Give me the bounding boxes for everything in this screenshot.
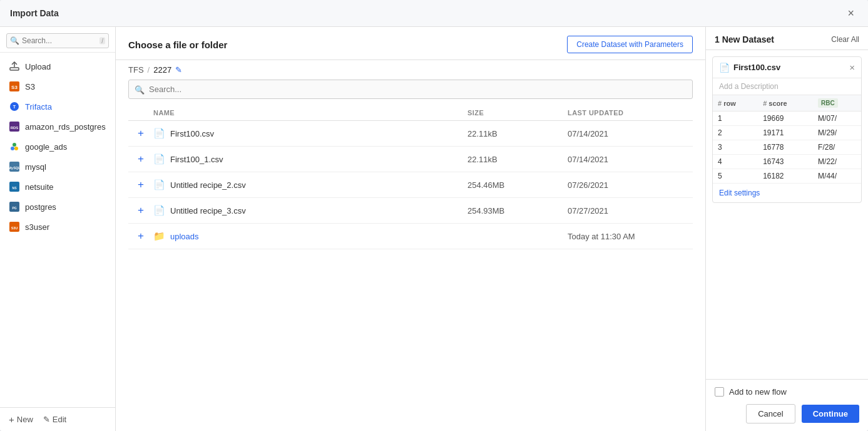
netsuite-icon: NS (9, 181, 20, 192)
col-rbc-header: RBC (813, 95, 861, 112)
dataset-preview-table: # row # score RBC (713, 95, 861, 184)
footer-actions: Cancel Continue (715, 404, 859, 423)
svg-point-7 (11, 147, 14, 150)
folder-link-5[interactable]: uploads (170, 232, 199, 241)
new-button[interactable]: + New (9, 414, 33, 425)
modal-close-button[interactable]: × (844, 6, 858, 20)
clear-all-button[interactable]: Clear All (831, 35, 859, 44)
folder-icon-5: 📁 (153, 231, 165, 242)
edit-icon: ✎ (43, 415, 50, 424)
add-file-button-3[interactable]: + (128, 179, 153, 191)
sidebar-footer: + New ✎ Edit (0, 407, 115, 431)
create-dataset-button[interactable]: Create Dataset with Parameters (567, 36, 693, 53)
sidebar-item-netsuite[interactable]: NS netsuite (0, 177, 115, 197)
search-slash: / (100, 38, 105, 44)
file-date-5: Today at 11:30 AM (568, 232, 693, 241)
sidebar-item-s3user[interactable]: S3U s3user (0, 217, 115, 237)
main-content: Choose a file or folder Create Dataset w… (116, 27, 705, 431)
file-date-2: 07/14/2021 (568, 155, 693, 164)
add-file-button-2[interactable]: + (128, 153, 153, 165)
right-panel-footer: Add to new flow Cancel Continue (706, 379, 868, 431)
dataset-row-1: 1 19669 M/07/ (713, 112, 861, 126)
file-search-wrap: 🔍 (128, 80, 693, 99)
cell-rbc-2: M/29/ (813, 126, 861, 140)
sidebar-item-google-ads[interactable]: google_ads (0, 137, 115, 157)
sidebar-item-s3-label: S3 (25, 82, 35, 91)
file-size-3: 254.46MB (467, 180, 568, 190)
cell-rbc-3: F/28/ (813, 140, 861, 155)
cell-score-4: 16743 (758, 155, 813, 169)
sidebar-item-upload-label: Upload (25, 62, 51, 71)
dataset-description: Add a Description (713, 78, 861, 95)
cell-rbc-5: M/44/ (813, 169, 861, 184)
dataset-row-3: 3 16778 F/28/ (713, 140, 861, 155)
right-panel-header: 1 New Dataset Clear All (706, 27, 868, 50)
cell-rbc-1: M/07/ (813, 112, 861, 126)
svg-text:NS: NS (13, 186, 18, 190)
sidebar-item-mysql[interactable]: MySQL mysql (0, 157, 115, 177)
dataset-card-close-button[interactable]: × (849, 62, 855, 73)
file-date-4: 07/27/2021 (568, 206, 693, 216)
sidebar-item-s3user-label: s3user (25, 222, 49, 232)
mysql-icon: MySQL (9, 161, 20, 172)
add-file-button-4[interactable]: + (128, 204, 153, 217)
search-icon: 🔍 (10, 36, 19, 45)
cell-row-2: 2 (713, 126, 758, 140)
amazon-rds-icon: RDS (9, 121, 20, 132)
table-row: + 📄 First100.csv 22.11kB 07/14/2021 (128, 121, 693, 147)
file-search-bar: 🔍 (116, 80, 705, 105)
sidebar-item-trifacta-label: Trifacta (25, 102, 52, 112)
sidebar-item-postgres[interactable]: PG postgres (0, 197, 115, 217)
sidebar-item-amazon-rds[interactable]: RDS amazon_rds_postgres (0, 117, 115, 137)
postgres-icon: PG (9, 201, 20, 212)
cell-rbc-4: M/22/ (813, 155, 861, 169)
col-spacer (128, 109, 153, 117)
file-name-2: First100_1.csv (170, 155, 223, 164)
add-file-button-1[interactable]: + (128, 127, 153, 140)
file-size-2: 22.11kB (467, 155, 568, 164)
breadcrumb-edit-icon[interactable]: ✎ (175, 65, 182, 75)
svg-text:RDS: RDS (11, 126, 19, 130)
edit-settings-link[interactable]: Edit settings (713, 184, 861, 202)
dataset-card-name: 📄 First100.csv (719, 63, 780, 73)
file-name-cell-2: 📄 First100_1.csv (153, 153, 467, 165)
col-row-header: # row (713, 95, 758, 112)
new-dataset-count: 1 New Dataset (715, 34, 774, 44)
edit-button[interactable]: ✎ Edit (43, 415, 66, 424)
file-name-cell-1: 📄 First100.csv (153, 128, 467, 139)
add-file-button-5[interactable]: + (128, 230, 153, 242)
modal-header: Import Data × (0, 0, 868, 27)
cancel-button[interactable]: Cancel (746, 404, 795, 423)
new-label: New (17, 415, 33, 424)
file-size-4: 254.93MB (467, 206, 568, 216)
add-to-flow-checkbox[interactable] (715, 387, 724, 397)
cell-score-1: 19669 (758, 112, 813, 126)
sidebar-item-trifacta[interactable]: T Trifacta (0, 96, 115, 117)
add-to-flow-row: Add to new flow (715, 387, 859, 397)
dataset-file-icon: 📄 (719, 63, 730, 73)
file-table: NAME SIZE LAST UPDATED + 📄 First100.csv … (116, 105, 705, 431)
file-table-header: NAME SIZE LAST UPDATED (128, 105, 693, 121)
sidebar-item-postgres-label: postgres (25, 202, 56, 212)
file-icon-2: 📄 (153, 153, 165, 165)
sidebar-search-input[interactable] (6, 33, 109, 48)
cell-score-3: 16778 (758, 140, 813, 155)
sidebar-item-upload[interactable]: Upload (0, 56, 115, 76)
svg-text:T: T (13, 105, 16, 109)
sidebar-item-mysql-label: mysql (25, 162, 46, 172)
col-score-header: # score (758, 95, 813, 112)
modal-title: Import Data (10, 8, 59, 18)
main-content-title: Choose a file or folder (128, 39, 227, 50)
svg-text:S3: S3 (11, 85, 18, 90)
cell-row-1: 1 (713, 112, 758, 126)
file-search-input[interactable] (128, 80, 693, 99)
breadcrumb: TFS / 2227 ✎ (116, 60, 705, 80)
sidebar-item-s3[interactable]: S3 S3 (0, 76, 115, 96)
svg-rect-0 (10, 68, 19, 70)
continue-button[interactable]: Continue (802, 405, 859, 423)
sidebar-items-list: Upload S3 S3 (0, 53, 115, 407)
col-date-header: LAST UPDATED (568, 109, 693, 117)
cell-row-4: 4 (713, 155, 758, 169)
table-row: + 📄 First100_1.csv 22.11kB 07/14/2021 (128, 147, 693, 172)
sidebar-item-amazon-rds-label: amazon_rds_postgres (25, 122, 106, 132)
